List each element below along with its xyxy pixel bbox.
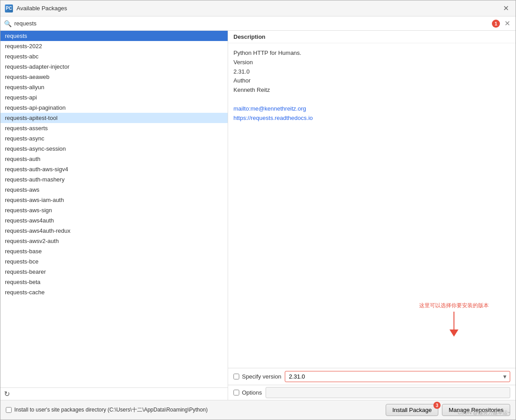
title-bar: PC Available Packages ✕ [0, 0, 516, 16]
description-header: Description [228, 31, 516, 43]
options-label: Options [233, 389, 262, 396]
install-user-site-checkbox[interactable] [6, 407, 12, 413]
list-item[interactable]: requests-bce [0, 256, 228, 267]
description-content: Python HTTP for Humans. Version 2.31.0 A… [228, 43, 516, 368]
list-item[interactable]: requests-auth [0, 154, 228, 164]
list-item[interactable]: requests-apitest-tool [0, 113, 228, 123]
list-item[interactable]: requests-aws-iam-auth [0, 195, 228, 205]
list-item[interactable]: requests-2022 [0, 41, 228, 51]
search-badge: 1 [492, 20, 500, 28]
refresh-icon[interactable]: ↻ [4, 390, 10, 398]
list-item[interactable]: requests-aliyun [0, 82, 228, 92]
list-item[interactable]: requests-api [0, 92, 228, 103]
list-footer: ↻ [0, 387, 228, 400]
list-item[interactable]: requests [0, 31, 228, 41]
specify-version-row: Specify version 2.31.02.30.02.29.02.28.2… [228, 368, 516, 385]
options-checkbox[interactable] [233, 390, 239, 395]
list-item[interactable]: requests-awsv2-auth [0, 236, 228, 246]
package-list-panel: requestsrequests-2022requests-abcrequest… [0, 31, 228, 400]
bottom-bar: Install to user's site packages director… [0, 400, 516, 420]
search-icon: 🔍 [4, 20, 12, 27]
specify-version-label: Specify version [233, 373, 281, 380]
title-bar-left: PC Available Packages [5, 4, 67, 12]
list-item[interactable]: requests-aws [0, 185, 228, 195]
clear-search-button[interactable]: ✕ [503, 19, 512, 28]
description-panel: Description Python HTTP for Humans. Vers… [228, 31, 516, 400]
specify-version-checkbox[interactable] [233, 374, 239, 379]
list-item[interactable]: requests-async-session [0, 144, 228, 154]
search-bar: 🔍 1 ✕ [0, 16, 516, 31]
install-checkbox-wrap: Install to user's site packages director… [6, 406, 382, 414]
search-input[interactable] [14, 20, 489, 27]
package-list: requestsrequests-2022requests-abcrequest… [0, 31, 228, 387]
options-row: Options [228, 385, 516, 400]
list-item[interactable]: requests-aws-sign [0, 205, 228, 215]
list-item[interactable]: requests-auth-aws-sigv4 [0, 164, 228, 174]
list-item[interactable]: requests-auth-mashery [0, 174, 228, 185]
install-package-button[interactable]: Install Package 3 [386, 404, 438, 416]
list-item[interactable]: requests-aeaweb [0, 72, 228, 82]
list-item[interactable]: requests-asserts [0, 123, 228, 133]
install-badge: 3 [433, 402, 441, 409]
app-icon: PC [5, 4, 13, 12]
window-title: Available Packages [17, 5, 67, 12]
available-packages-window: PC Available Packages ✕ 🔍 1 ✕ requestsre… [0, 0, 516, 420]
list-item[interactable]: requests-api-pagination [0, 103, 228, 113]
annotation-text: 这里可以选择你要安装的版本 [419, 301, 489, 310]
options-input[interactable] [266, 387, 510, 398]
list-item[interactable]: requests-async [0, 133, 228, 144]
list-item[interactable]: requests-abc [0, 51, 228, 62]
version-select-wrap: 2.31.02.30.02.29.02.28.22.28.12.28.0 ▼ [285, 371, 510, 382]
list-item[interactable]: requests-bearer [0, 267, 228, 277]
desc-summary: Python HTTP for Humans. Version 2.31.0 A… [233, 49, 510, 95]
content-area: requestsrequests-2022requests-abcrequest… [0, 31, 516, 400]
close-button[interactable]: ✕ [500, 3, 511, 14]
annotation: 这里可以选择你要安装的版本 [419, 301, 489, 337]
list-item[interactable]: requests-adapter-injector [0, 62, 228, 72]
version-select[interactable]: 2.31.02.30.02.29.02.28.22.28.12.28.0 [285, 371, 510, 382]
list-item[interactable]: requests-cache [0, 287, 228, 297]
list-item[interactable]: requests-aws4auth [0, 215, 228, 226]
docs-link[interactable]: https://requests.readthedocs.io [233, 114, 510, 123]
list-item[interactable]: requests-base [0, 246, 228, 256]
email-link[interactable]: mailto:me@kennethreitz.org [233, 104, 510, 114]
list-item[interactable]: requests-beta [0, 277, 228, 287]
install-checkbox-label: Install to user's site packages director… [14, 406, 208, 414]
list-item[interactable]: requests-aws4auth-redux [0, 226, 228, 236]
watermark: CSDN @越努力越幸运~ [458, 409, 510, 416]
